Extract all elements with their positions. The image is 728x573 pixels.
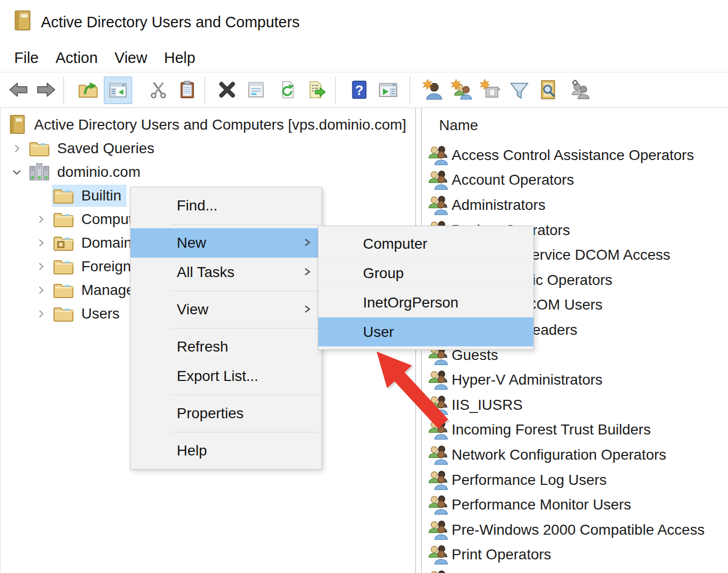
submenu-item-computer[interactable]: Computer [318,229,533,258]
chevron-down-icon[interactable] [10,165,24,179]
show-window-button[interactable] [376,78,400,102]
tree-item-saved-queries[interactable]: Saved Queries [1,136,415,160]
menu-action[interactable]: Action [47,47,106,69]
console-tree-icon [108,80,129,101]
refresh-button[interactable] [276,78,300,102]
export-list-button[interactable] [304,78,328,102]
tree-item-label: dominio.com [57,164,141,181]
group-icon [427,470,448,490]
find-button[interactable] [536,78,560,102]
list-item[interactable]: Network Configuration Operators [422,442,728,468]
column-header-name[interactable]: Name [422,108,728,143]
submenu-item-inetorgperson[interactable]: InetOrgPerson [318,288,533,317]
list-item[interactable]: IIS_IUSRS [422,392,728,418]
group-icon [427,170,448,190]
delete-button[interactable] [215,78,239,102]
menu-separator [172,291,318,291]
menu-bar: File Action View Help [0,44,728,71]
list-item-label: Pre-Windows 2000 Compatible Access [452,522,704,538]
group-gear-icon [569,79,591,101]
toolbar-separator [410,77,410,103]
properties-icon [245,79,266,100]
menu-help[interactable]: Help [156,47,204,69]
tree-item-domain[interactable]: dominio.com [1,160,415,184]
list-item[interactable]: Performance Monitor Users [422,492,728,517]
chevron-right-icon[interactable] [10,142,24,155]
clipboard-icon [177,79,198,100]
menu-separator [172,395,318,395]
context-menu-item-view[interactable]: View [131,295,322,324]
folder-icon [29,139,50,158]
list-item-label: IIS_IUSRS [452,397,522,413]
cut-button[interactable] [146,78,170,102]
aduc-window: { "window": { "title": "Active Directory… [0,0,728,573]
list-item-label: Administrators [452,197,545,214]
context-menu-item-new[interactable]: New [131,228,322,258]
filter-button[interactable] [507,78,531,102]
menu-item-label: View [177,301,208,318]
find-icon [537,79,559,101]
new-organizational-unit-button[interactable] [478,78,502,102]
context-menu-item-find[interactable]: Find... [131,191,322,220]
list-item[interactable]: Access Control Assistance Operators [422,143,728,168]
back-button[interactable] [6,78,30,102]
tree-item-label: Saved Queries [57,140,154,157]
context-menu-item-refresh[interactable]: Refresh [131,332,322,362]
show-console-tree-button[interactable] [104,77,132,104]
context-menu-item-export-list[interactable]: Export List... [131,362,322,391]
context-menu-item-help[interactable]: Help [131,436,322,465]
scissors-icon [148,79,169,100]
window-title: Active Directory Users and Computers [41,14,299,31]
new-group-icon [451,79,473,101]
list-item-label: Hyper-V Administrators [452,372,603,388]
new-user-button[interactable] [421,78,445,102]
list-item[interactable]: Performance Log Users [422,468,728,493]
chevron-right-icon[interactable] [34,283,48,297]
submenu-arrow-icon [304,235,311,251]
up-one-level-button[interactable] [76,78,100,102]
menu-item-label: All Tasks [177,264,234,281]
menu-item-label: New [177,235,206,251]
folder-icon [53,210,74,229]
group-icon [427,445,448,465]
app-icon [14,10,33,34]
group-icon [427,195,448,215]
new-group-button[interactable] [449,78,474,102]
submenu-item-group[interactable]: Group [318,259,533,288]
group-icon [427,370,448,390]
manage-group-button[interactable] [568,78,592,102]
domain-icon [29,163,50,182]
list-item[interactable]: Pre-Windows 2000 Compatible Access [422,517,728,543]
submenu-item-user[interactable]: User [318,317,533,346]
list-item[interactable]: Account Operators [422,168,728,193]
paste-button[interactable] [175,78,199,102]
svg-text:?: ? [355,83,363,98]
help-button[interactable]: ? [347,78,371,102]
context-menu-item-all-tasks[interactable]: All Tasks [131,258,322,287]
list-item[interactable]: Hyper-V Administrators [422,367,728,392]
chevron-right-icon[interactable] [34,260,48,273]
folder-icon [53,281,74,300]
menu-view[interactable]: View [106,47,155,69]
context-menu: Find... New All Tasks View Refresh Expor… [130,187,322,470]
list-item[interactable]: RDS Endpoint Servers [422,567,728,573]
list-item[interactable]: Print Operators [422,543,728,568]
forward-button[interactable] [34,78,58,102]
chevron-right-icon[interactable] [34,213,48,226]
folder-icon [53,186,74,205]
tree-item-root[interactable]: Active Directory Users and Computers [vp… [1,113,415,136]
list-item-label: Performance Monitor Users [452,496,631,513]
list-item-label: Print Operators [452,546,551,563]
list-item[interactable]: Administrators [422,193,728,218]
context-menu-item-properties[interactable]: Properties [131,399,322,428]
tree-item-label: Builtin [81,187,121,204]
menu-file[interactable]: File [6,47,47,69]
chevron-right-icon[interactable] [34,307,48,321]
folder-icon [53,304,74,323]
tree-item-label: Users [81,305,120,322]
properties-button[interactable] [244,78,268,102]
menu-separator [172,432,318,432]
list-item[interactable]: Incoming Forest Trust Builders [422,418,728,443]
chevron-right-icon[interactable] [34,236,48,250]
submenu-arrow-icon [304,301,311,318]
